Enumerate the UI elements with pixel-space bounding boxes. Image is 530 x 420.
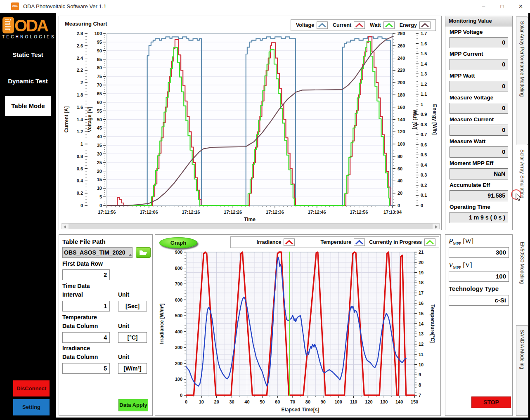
svg-text:700: 700 — [175, 281, 182, 286]
sidebar-item-dynamic-test[interactable]: Dynamic Test — [0, 74, 56, 88]
svg-text:0.4: 0.4 — [77, 178, 83, 183]
svg-text:1.6: 1.6 — [421, 41, 427, 46]
monitoring-header: Monitoring Value — [445, 16, 512, 26]
svg-text:0.1: 0.1 — [421, 193, 427, 198]
svg-text:90: 90 — [97, 48, 102, 53]
scrollbar-thumb[interactable] — [69, 224, 433, 229]
svg-text:0.5: 0.5 — [421, 152, 427, 157]
close-button[interactable]: ✕ — [511, 0, 530, 13]
svg-text:0.3: 0.3 — [421, 172, 427, 177]
disconnect-button[interactable]: DisConnect — [13, 380, 50, 396]
svg-text:280: 280 — [398, 31, 405, 36]
sidebar-item-table-mode[interactable]: Table Mode — [5, 96, 51, 116]
temperature-swatch-icon — [354, 238, 365, 246]
svg-text:0.8: 0.8 — [421, 122, 427, 127]
svg-text:19: 19 — [419, 270, 424, 275]
measuring-chart: 00.20.40.60.811.21.41.61.822.22.42.62.8C… — [59, 31, 442, 231]
time-interval-input[interactable]: 1 — [62, 301, 110, 311]
svg-text:55: 55 — [97, 109, 102, 113]
svg-text:5: 5 — [99, 194, 102, 199]
svg-text:2.4: 2.4 — [77, 56, 83, 61]
tab-solar-array-simulation[interactable]: Solar Array Simulation — [516, 145, 528, 230]
scroll-right-icon[interactable] — [433, 224, 439, 229]
svg-text:17: 17 — [419, 290, 424, 295]
table-file-path-input[interactable]: OBS_ASOS_TIM_2020 — [62, 247, 132, 258]
sidebar-item-static-test[interactable]: Static Test — [0, 48, 56, 62]
pmpp-label: PMPP [W] — [449, 237, 509, 247]
chart-horizontal-scrollbar[interactable] — [62, 223, 440, 229]
svg-text:0: 0 — [421, 203, 423, 208]
legend-item-current: Current — [333, 21, 365, 29]
svg-text:25: 25 — [97, 160, 102, 165]
svg-text:17:12:06: 17:12:06 — [140, 210, 158, 215]
irradiance-unit-box[interactable]: [W/m²] — [118, 363, 147, 374]
tab-solar-array-performance-modeling[interactable]: Solar Array Performance Modeling — [516, 17, 528, 145]
svg-text:70: 70 — [97, 83, 102, 87]
svg-text:Current [A]: Current [A] — [64, 106, 69, 132]
elapsed-time-chart: 0100200300400500600700800900Irradiance [… — [155, 250, 441, 416]
svg-text:17:13:04: 17:13:04 — [383, 210, 402, 215]
svg-text:2.8: 2.8 — [77, 31, 83, 36]
svg-text:1.7: 1.7 — [421, 31, 427, 36]
monitor-moment-mpp-eff: Moment MPP Eff NaN — [450, 160, 508, 179]
temperature-unit-box[interactable]: [°C] — [118, 332, 147, 343]
oda-logo: ODA TECHNOLOGIES — [2, 17, 54, 39]
pmpp-input[interactable]: 300 — [449, 247, 509, 258]
svg-text:260: 260 — [398, 43, 405, 48]
stop-button[interactable]: STOP — [471, 396, 511, 408]
svg-text:60: 60 — [398, 166, 402, 171]
technology-type-input[interactable]: c-Si — [449, 295, 509, 306]
table-file-panel: Table File Path OBS_ASOS_TIM_2020 First … — [59, 234, 153, 416]
svg-text:500: 500 — [175, 313, 182, 318]
setting-button[interactable]: Setting — [13, 399, 50, 415]
svg-text:600: 600 — [175, 297, 182, 302]
elapsed-graph-legend: Irradiance Temperature Currently in Prog… — [230, 236, 439, 248]
svg-text:0.2: 0.2 — [421, 183, 427, 188]
svg-text:1: 1 — [80, 142, 83, 146]
svg-text:20: 20 — [214, 399, 219, 404]
svg-text:Elapsed Time[s]: Elapsed Time[s] — [282, 407, 319, 413]
tab-en50530-modeling[interactable]: EN50530 Modeling — [516, 238, 528, 317]
first-data-row-input[interactable]: 2 — [62, 269, 110, 280]
data-apply-button[interactable]: Data Apply — [118, 399, 148, 411]
graph-button[interactable]: Graph — [159, 237, 197, 248]
mpp-voltage-value: 0 — [450, 37, 508, 48]
svg-text:Temperature[°C]: Temperature[°C] — [430, 304, 435, 343]
monitor-mpp-watt: MPP Watt 0 — [450, 73, 508, 92]
tab-sandia-modeling[interactable]: SANDIA Modeling — [516, 325, 528, 416]
legend-item-voltage: Voltage — [296, 21, 328, 29]
maximize-button[interactable]: □ — [493, 0, 511, 13]
operating-time-value: 1 m 9 s ( 0 s ) — [450, 212, 508, 223]
voltage-swatch-icon — [317, 21, 328, 29]
watt-swatch-icon — [383, 21, 395, 29]
browse-folder-button[interactable] — [136, 247, 151, 258]
application-window: ODA ODA Photovoltaic Software Ver 1.1 – … — [0, 0, 530, 420]
svg-text:40: 40 — [97, 134, 102, 139]
svg-text:80: 80 — [305, 399, 310, 404]
svg-text:80: 80 — [97, 65, 102, 70]
temperature-column-input[interactable]: 4 — [62, 332, 110, 343]
svg-text:0.9: 0.9 — [421, 112, 427, 117]
measuring-chart-title: Measuring Chart — [65, 21, 107, 27]
svg-text:220: 220 — [398, 68, 405, 73]
svg-text:Voltage [V]: Voltage [V] — [87, 107, 92, 132]
vmpp-input[interactable]: 100 — [449, 271, 509, 282]
elapsed-graph-panel: Graph Irradiance Temperature Currently i… — [155, 234, 441, 416]
svg-text:0.2: 0.2 — [77, 191, 83, 196]
minimize-button[interactable]: – — [474, 0, 493, 13]
monitor-measure-current: Measure Current 0 — [450, 116, 508, 136]
svg-text:100: 100 — [95, 31, 102, 36]
scroll-left-icon[interactable] — [62, 224, 68, 229]
strip-divider — [514, 232, 528, 232]
time-unit-label: Unit — [118, 291, 129, 298]
table-file-path-label: Table File Path — [62, 238, 106, 245]
svg-text:240: 240 — [398, 56, 405, 61]
irradiance-column-input[interactable]: 5 — [62, 363, 110, 374]
simulation-panel: PMPP [W] 300 VMPP [V] 100 Technology Typ… — [445, 234, 513, 416]
oda-logo-icon — [2, 17, 14, 34]
svg-text:200: 200 — [398, 80, 405, 85]
time-unit-box[interactable]: [Sec] — [118, 301, 147, 311]
svg-text:0.8: 0.8 — [77, 154, 83, 159]
strip-divider — [514, 237, 528, 237]
mpp-current-value: 0 — [450, 59, 508, 70]
